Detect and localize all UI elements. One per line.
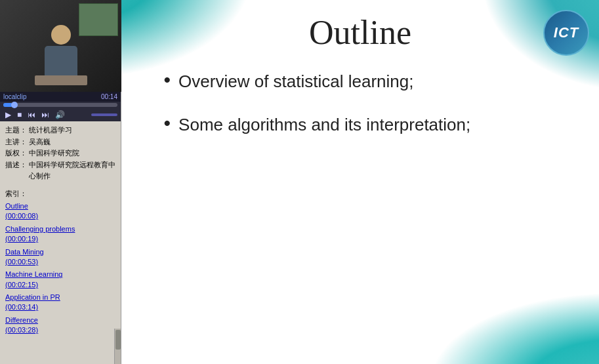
toc-link[interactable]: Data Mining (00:00:53) [5,247,108,268]
slide-bullet: •Some algorithms and its interpretation; [164,115,570,135]
media-time: 00:14 [101,93,117,100]
toc-item: Application in PR (00:03:14) [5,293,108,313]
toc-link[interactable]: Outline (00:00:08) [5,201,108,222]
desc-label: 描述： [5,159,27,182]
toc-link[interactable]: Machine Learning (00:02:15) [5,270,108,290]
toc-link[interactable]: Difference (00:03:28) [5,315,108,336]
left-panel: localclip 00:14 ▶ ■ ⏮ ⏭ 🔊 主题： 统计机器学习 主讲：… [0,0,121,364]
toc-item: Challenging problems (00:00:19) [5,224,108,245]
progress-bar-container[interactable] [0,102,121,108]
lecturer-head [51,25,71,45]
controls-bar: ▶ ■ ⏮ ⏭ 🔊 [0,108,121,121]
stop-button[interactable]: ■ [15,110,24,119]
toc-link[interactable]: Challenging problems (00:00:19) [5,224,108,245]
info-panel: 主题： 统计机器学习 主讲： 吴高巍 版权： 中国科学研究院 描述： 中国科学研… [0,121,121,186]
scrollbar-thumb[interactable] [115,330,121,350]
toc-header: 索引： [5,189,117,199]
volume-button[interactable]: 🔊 [53,110,67,119]
toc-list: Outline (00:00:08)Challenging problems (… [5,201,117,360]
copyright-label: 版权： [5,148,27,159]
toc-item: Outline (00:00:08) [5,201,108,222]
bullet-dot-icon: • [164,113,171,133]
bullet-text: Overview of statistical learning; [178,71,413,92]
toc-label: 索引： [5,190,27,197]
slide-title: Outline [309,13,411,52]
media-bar: localclip 00:14 [0,92,121,102]
volume-slider[interactable] [91,113,117,116]
lecturer-body [45,46,77,75]
toc-item: Difference (00:03:28) [5,315,108,336]
bullet-text: Some algorithms and its interpretation; [178,115,470,135]
toc-panel: 索引： Outline (00:00:08)Challenging proble… [0,186,121,364]
scrollbar[interactable] [114,329,121,364]
lecturer-figure [35,25,87,85]
slide-content: Outline •Overview of statistical learnin… [121,0,599,364]
lecturer-row: 主讲： 吴高巍 [5,136,115,148]
desc-row: 描述： 中国科学研究院远程教育中心制作 [5,159,115,182]
desk [35,75,87,85]
play-button[interactable]: ▶ [3,110,13,119]
subject-row: 主题： 统计机器学习 [5,125,115,136]
toc-item: Machine Learning (00:02:15) [5,270,108,290]
toc-link[interactable]: Application in PR (00:03:14) [5,293,108,313]
progress-thumb[interactable] [11,102,18,108]
next-button[interactable]: ⏭ [39,110,51,119]
desc-value: 中国科学研究院远程教育中心制作 [29,159,115,182]
slide-bullet: •Overview of statistical learning; [164,71,570,92]
copyright-row: 版权： 中国科学研究院 [5,148,115,159]
video-placeholder [0,0,121,92]
prev-button[interactable]: ⏮ [26,110,37,119]
copyright-value: 中国科学研究院 [29,148,79,159]
bullet-dot-icon: • [164,70,171,90]
video-container [0,0,121,92]
lecturer-value: 吴高巍 [29,136,51,148]
slide-panel: ICT Outline •Overview of statistical lea… [121,0,599,364]
progress-track[interactable] [3,103,117,107]
media-title: localclip [3,93,27,100]
subject-value: 统计机器学习 [29,125,72,136]
subject-label: 主题： [5,125,27,136]
slide-bullets: •Overview of statistical learning;•Some … [164,71,570,158]
lecturer-label: 主讲： [5,136,27,148]
toc-item: Data Mining (00:00:53) [5,247,108,268]
